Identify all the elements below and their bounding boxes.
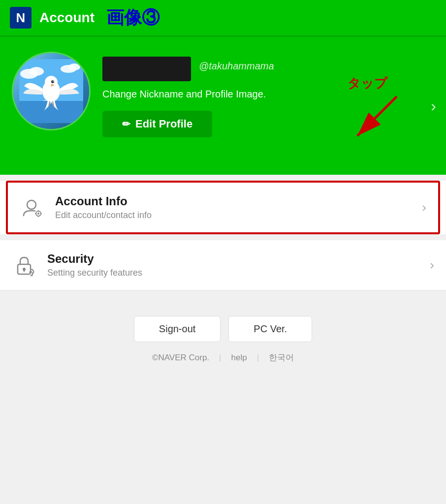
footer: Sign-out PC Ver. ©NAVER Corp. | help | 한… xyxy=(0,296,446,378)
svg-rect-26 xyxy=(24,269,25,272)
profile-section: @takuhammama Change Nickname and Profile… xyxy=(0,37,446,175)
svg-line-15 xyxy=(357,96,397,136)
footer-buttons: Sign-out PC Ver. xyxy=(134,316,312,342)
copyright-text: ©NAVER Corp. xyxy=(152,353,209,363)
account-info-icon xyxy=(20,195,45,220)
security-icon xyxy=(12,252,37,278)
security-content: Security Setting security features xyxy=(47,252,430,278)
naver-logo: N xyxy=(10,7,32,29)
svg-point-4 xyxy=(68,63,80,70)
svg-point-16 xyxy=(27,200,36,209)
security-item[interactable]: Security Setting security features › xyxy=(0,240,446,290)
security-chevron: › xyxy=(430,257,434,273)
language-link[interactable]: 한국어 xyxy=(269,352,294,363)
divider-1: | xyxy=(219,353,221,363)
svg-point-9 xyxy=(45,76,58,89)
account-info-chevron: › xyxy=(422,200,426,215)
security-subtitle: Setting security features xyxy=(47,268,430,278)
account-info-content: Account Info Edit account/contact info xyxy=(55,194,422,220)
divider-2: | xyxy=(257,353,259,363)
tap-label: タップ xyxy=(348,75,407,92)
account-info-subtitle: Edit account/contact info xyxy=(55,210,422,220)
security-section: Security Setting security features › xyxy=(0,240,446,290)
account-info-title: Account Info xyxy=(55,194,422,208)
svg-rect-21 xyxy=(38,216,39,217)
svg-rect-7 xyxy=(19,101,83,123)
pencil-icon: ✏ xyxy=(122,118,130,130)
edit-profile-button[interactable]: ✏ Edit Profile xyxy=(102,111,212,137)
svg-point-19 xyxy=(37,213,39,215)
header-subtitle: 画像③ xyxy=(106,6,159,30)
svg-rect-22 xyxy=(35,213,36,214)
header-title: Account xyxy=(39,10,95,26)
help-link[interactable]: help xyxy=(231,353,247,363)
tap-annotation: タップ xyxy=(348,75,407,145)
edit-profile-label: Edit Profile xyxy=(135,118,192,130)
svg-point-2 xyxy=(29,67,44,76)
svg-point-11 xyxy=(53,81,54,82)
security-title: Security xyxy=(47,252,430,266)
pc-ver-button[interactable]: PC Ver. xyxy=(228,316,312,342)
svg-rect-20 xyxy=(38,210,39,212)
menu-section: Account Info Edit account/contact info › xyxy=(0,181,446,234)
sign-out-button[interactable]: Sign-out xyxy=(134,316,221,342)
svg-rect-23 xyxy=(40,213,42,214)
avatar[interactable] xyxy=(12,52,91,130)
svg-point-10 xyxy=(51,80,54,83)
footer-links: ©NAVER Corp. | help | 한국어 xyxy=(152,352,294,363)
account-info-item[interactable]: Account Info Edit account/contact info › xyxy=(6,181,440,234)
app-header: N Account 画像③ xyxy=(0,0,446,37)
avatar-image xyxy=(19,59,83,123)
nickname-box xyxy=(102,57,191,81)
tap-arrow xyxy=(348,94,407,143)
username-handle: @takuhammama xyxy=(199,57,274,72)
profile-chevron[interactable]: › xyxy=(431,97,436,115)
